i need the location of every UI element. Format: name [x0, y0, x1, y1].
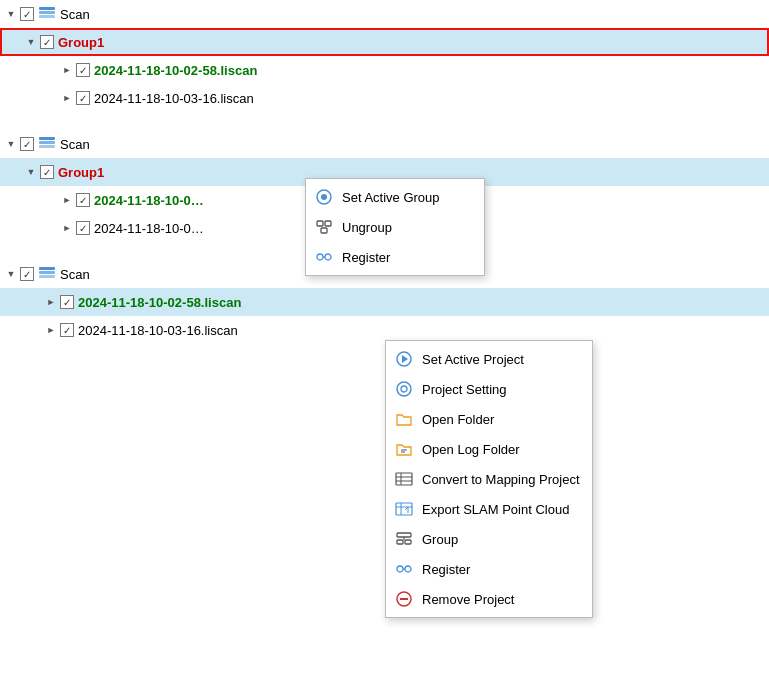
collapse-arrow[interactable]: ▼	[24, 165, 38, 179]
menu-item-label: Remove Project	[422, 592, 514, 607]
menu-item-label: Convert to Mapping Project	[422, 472, 580, 487]
svg-rect-5	[39, 137, 55, 140]
svg-rect-31	[397, 540, 403, 544]
expand-arrow[interactable]: ►	[44, 323, 58, 337]
svg-marker-18	[402, 355, 408, 363]
row-checkbox[interactable]: ✓	[20, 137, 34, 151]
row-label: Scan	[60, 267, 90, 282]
svg-point-34	[397, 566, 403, 572]
row-label: 2024-11-18-10-02-58.liscan	[78, 295, 241, 310]
menu-item-export-slam[interactable]: Export SLAM Point Cloud	[386, 494, 592, 524]
row-checkbox[interactable]: ✓	[76, 91, 90, 105]
ungroup-icon	[314, 217, 334, 237]
menu-item-group[interactable]: Group	[386, 524, 592, 554]
group-context-menu: Set Active Group Ungroup Register	[305, 178, 485, 276]
svg-rect-0	[39, 15, 55, 18]
svg-point-12	[325, 254, 331, 260]
collapse-arrow[interactable]: ▼	[4, 7, 18, 21]
row-checkbox[interactable]: ✓	[76, 221, 90, 235]
expand-arrow[interactable]: ►	[60, 193, 74, 207]
remove-project-icon	[394, 589, 414, 609]
menu-item-open-folder[interactable]: Open Folder	[386, 404, 592, 434]
row-checkbox[interactable]: ✓	[20, 267, 34, 281]
expand-arrow[interactable]: ►	[60, 63, 74, 77]
row-checkbox[interactable]: ✓	[76, 193, 90, 207]
row-label: Scan	[60, 137, 90, 152]
svg-rect-1	[39, 11, 55, 14]
menu-item-project-setting[interactable]: Project Setting	[386, 374, 592, 404]
menu-item-convert-mapping[interactable]: Convert to Mapping Project	[386, 464, 592, 494]
scan-icon	[38, 6, 56, 22]
open-folder-icon	[394, 409, 414, 429]
svg-rect-16	[39, 267, 55, 270]
row-checkbox[interactable]: ✓	[40, 165, 54, 179]
row-label: Scan	[60, 7, 90, 22]
menu-item-ungroup[interactable]: Ungroup	[306, 212, 484, 242]
svg-point-7	[321, 194, 327, 200]
expand-arrow[interactable]: ►	[60, 221, 74, 235]
menu-item-label: Open Log Folder	[422, 442, 520, 457]
menu-item-set-active-project[interactable]: Set Active Project	[386, 344, 592, 374]
group-icon	[394, 529, 414, 549]
row-label: Group1	[58, 165, 104, 180]
svg-point-20	[401, 386, 407, 392]
tree-row[interactable]: ▼ ✓ Scan	[0, 130, 769, 158]
collapse-arrow[interactable]: ▼	[4, 267, 18, 281]
svg-rect-15	[39, 271, 55, 274]
menu-item-label: Set Active Group	[342, 190, 440, 205]
tree-row[interactable]: ► ✓ 2024-11-18-10-03-16.liscan	[0, 84, 769, 112]
row-label: 2024-11-18-10-0…	[94, 193, 204, 208]
svg-rect-4	[39, 141, 55, 144]
scan-icon	[38, 266, 56, 282]
svg-rect-9	[325, 221, 331, 226]
register-icon	[314, 247, 334, 267]
svg-rect-3	[39, 145, 55, 148]
tree-row[interactable]: ▼ ✓ Scan	[0, 0, 769, 28]
menu-item-open-log-folder[interactable]: Open Log Folder	[386, 434, 592, 464]
expand-arrow[interactable]: ►	[44, 295, 58, 309]
tree-row[interactable]: ► ✓ 2024-11-18-10-02-58.liscan	[0, 56, 769, 84]
row-checkbox[interactable]: ✓	[76, 63, 90, 77]
svg-rect-2	[39, 7, 55, 10]
menu-item-label: Set Active Project	[422, 352, 524, 367]
svg-rect-14	[39, 275, 55, 278]
svg-rect-23	[396, 473, 412, 485]
collapse-arrow[interactable]: ▼	[24, 35, 38, 49]
svg-rect-8	[317, 221, 323, 226]
menu-item-remove-project[interactable]: Remove Project	[386, 584, 592, 614]
svg-point-35	[405, 566, 411, 572]
tree-panel: ▼ ✓ Scan ▼ ✓ Group1 ► ✓ 2024-11-18-10-02…	[0, 0, 769, 673]
row-checkbox[interactable]: ✓	[60, 295, 74, 309]
tree-section-2: ▼ ✓ Scan ▼ ✓ Group1 ► ✓ 2024-11-18-10-0……	[0, 130, 769, 242]
menu-item-label: Open Folder	[422, 412, 494, 427]
set-active-group-icon	[314, 187, 334, 207]
menu-item-label: Export SLAM Point Cloud	[422, 502, 569, 517]
menu-item-register[interactable]: Register	[306, 242, 484, 272]
row-checkbox[interactable]: ✓	[60, 323, 74, 337]
menu-item-label: Group	[422, 532, 458, 547]
collapse-arrow[interactable]: ▼	[4, 137, 18, 151]
row-checkbox[interactable]: ✓	[20, 7, 34, 21]
menu-item-label: Register	[342, 250, 390, 265]
expand-arrow[interactable]: ►	[60, 91, 74, 105]
menu-item-set-active-group[interactable]: Set Active Group	[306, 182, 484, 212]
menu-item-register2[interactable]: Register	[386, 554, 592, 584]
row-checkbox[interactable]: ✓	[40, 35, 54, 49]
export-slam-icon	[394, 499, 414, 519]
scan-icon	[38, 136, 56, 152]
svg-point-11	[317, 254, 323, 260]
svg-rect-27	[396, 503, 412, 515]
svg-rect-32	[405, 540, 411, 544]
tree-row[interactable]: ► ✓ 2024-11-18-10-02-58.liscan	[0, 288, 769, 316]
set-active-project-icon	[394, 349, 414, 369]
svg-rect-30	[397, 533, 411, 537]
open-log-folder-icon	[394, 439, 414, 459]
file-context-menu: Set Active Project Project Setting Open …	[385, 340, 593, 618]
menu-item-label: Ungroup	[342, 220, 392, 235]
tree-section-1: ▼ ✓ Scan ▼ ✓ Group1 ► ✓ 2024-11-18-10-02…	[0, 0, 769, 112]
menu-item-label: Project Setting	[422, 382, 507, 397]
svg-rect-10	[321, 228, 327, 233]
register2-icon	[394, 559, 414, 579]
tree-row[interactable]: ▼ ✓ Group1	[0, 28, 769, 56]
row-label: 2024-11-18-10-02-58.liscan	[94, 63, 257, 78]
